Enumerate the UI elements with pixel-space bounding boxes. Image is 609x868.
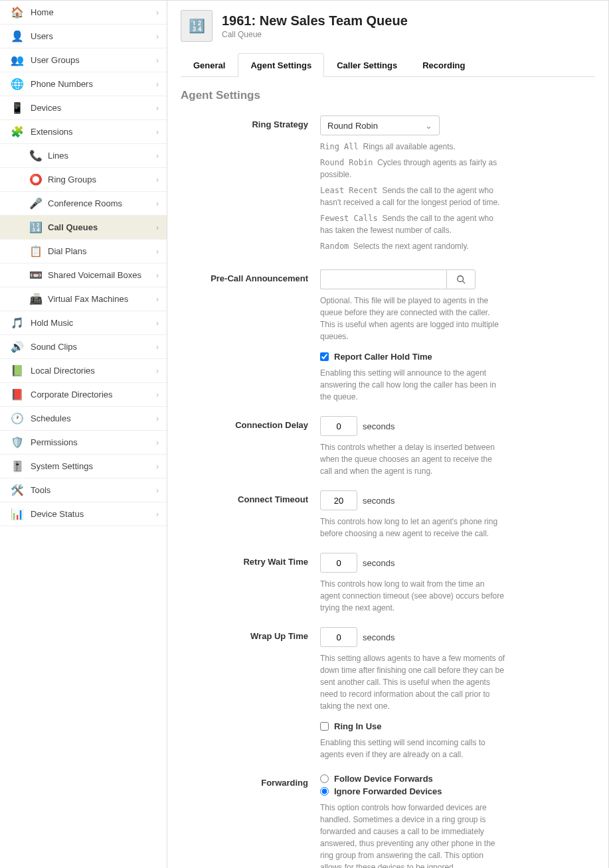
pre-call-input[interactable] (320, 269, 446, 289)
sidebar-item-schedules[interactable]: 🕐Schedules› (0, 407, 167, 431)
line-icon: 📞 (29, 149, 43, 163)
sound-icon: 🔊 (11, 340, 24, 354)
sidebar-item-system-settings[interactable]: 🎚️System Settings› (0, 455, 167, 478)
sidebar-item-label: Home (31, 7, 156, 17)
dialplan-icon: 📋 (29, 245, 43, 258)
sidebar-item-label: Device Status (31, 509, 156, 519)
forwarding-follow-radio[interactable] (320, 774, 329, 783)
sidebar-item-user-groups[interactable]: 👥User Groups› (0, 48, 167, 72)
chevron-right-icon: › (156, 199, 159, 208)
field-connection-delay: Connection Delay seconds This controls w… (181, 416, 595, 477)
field-forwarding: Forwarding Follow Device Forwards Ignore… (181, 774, 595, 868)
chevron-right-icon: › (156, 486, 159, 495)
sidebar-item-label: Users (31, 31, 156, 41)
retry-wait-input[interactable] (320, 553, 357, 573)
help-connection-delay: This controls whether a delay is inserte… (320, 441, 506, 477)
report-hold-checkbox[interactable] (320, 352, 329, 361)
tab-recording[interactable]: Recording (410, 53, 478, 77)
corporate-icon: 📕 (11, 388, 24, 401)
music-icon: 🎵 (11, 317, 24, 330)
chevron-right-icon: › (156, 80, 159, 89)
ring-in-use-checkbox[interactable] (320, 722, 329, 731)
ring-strategy-select[interactable]: Round Robin ⌄ (320, 115, 440, 135)
help-connect-timeout: This controls how long to let an agent's… (320, 516, 506, 540)
forwarding-ignore-label: Ignore Forwarded Devices (334, 786, 442, 796)
help-wrap-up: This setting allows agents to have a few… (320, 652, 506, 712)
sidebar-item-label: Hold Music (31, 318, 156, 328)
sidebar-item-sound-clips[interactable]: 🔊Sound Clips› (0, 335, 167, 359)
sliders-icon: 🎚️ (11, 460, 24, 473)
sidebar-item-label: Permissions (31, 437, 156, 447)
page-title: 1961: New Sales Team Queue (222, 13, 408, 29)
chevron-right-icon: › (156, 151, 159, 161)
fax-icon: 📠 (29, 293, 43, 306)
field-wrap-up: Wrap Up Time seconds This setting allows… (181, 627, 595, 760)
wrap-up-input[interactable] (320, 627, 357, 647)
chevron-right-icon: › (156, 8, 159, 17)
voicemail-icon: 📼 (29, 269, 43, 282)
sidebar-item-hold-music[interactable]: 🎵Hold Music› (0, 311, 167, 335)
help-ring-in-use: Enabling this setting will send incoming… (320, 737, 506, 760)
sidebar-item-label: Corporate Directories (31, 390, 156, 399)
connection-delay-input[interactable] (320, 416, 357, 436)
section-title: Agent Settings (181, 89, 595, 102)
device-icon: 📱 (11, 102, 24, 115)
sidebar-item-label: Phone Numbers (31, 79, 156, 89)
chevron-right-icon: › (156, 56, 159, 65)
sidebar-item-call-queues[interactable]: 🔢Call Queues› (0, 216, 167, 240)
chevron-right-icon: › (156, 223, 159, 232)
sidebar-item-tools[interactable]: 🛠️Tools› (0, 478, 167, 502)
connect-timeout-input[interactable] (320, 490, 357, 510)
sidebar-item-label: Call Queues (48, 222, 156, 232)
tools-icon: 🛠️ (11, 484, 24, 497)
queue-icon: 🔢 (29, 221, 43, 234)
label-pre-call: Pre-Call Announcement (181, 269, 320, 403)
forwarding-ignore-radio[interactable] (320, 787, 329, 796)
label-retry-wait: Retry Wait Time (181, 553, 320, 614)
main-content: 🔢 1961: New Sales Team Queue Call Queue … (167, 1, 608, 868)
chevron-right-icon: › (156, 414, 159, 423)
sidebar-item-conference-rooms[interactable]: 🎤Conference Rooms› (0, 192, 167, 216)
chevron-right-icon: › (156, 247, 159, 256)
sidebar-item-corporate-directories[interactable]: 📕Corporate Directories› (0, 383, 167, 407)
sidebar-item-label: Ring Groups (48, 175, 156, 184)
puzzle-icon: 🧩 (11, 125, 24, 139)
sidebar-item-extensions[interactable]: 🧩Extensions› (0, 120, 167, 144)
globe-icon: 🌐 (11, 78, 24, 91)
sidebar-item-shared-voicemail[interactable]: 📼Shared Voicemail Boxes› (0, 263, 167, 287)
sidebar-item-label: Sound Clips (31, 342, 156, 352)
label-forwarding: Forwarding (181, 774, 320, 868)
sidebar-item-devices[interactable]: 📱Devices› (0, 96, 167, 120)
tab-general[interactable]: General (181, 53, 238, 77)
label-connection-delay: Connection Delay (181, 416, 320, 477)
sidebar-item-phone-numbers[interactable]: 🌐Phone Numbers› (0, 72, 167, 96)
chevron-right-icon: › (156, 510, 159, 519)
forwarding-follow-label: Follow Device Forwards (334, 774, 433, 784)
sidebar-item-label: System Settings (31, 461, 156, 471)
tabs: General Agent Settings Caller Settings R… (181, 52, 595, 77)
sidebar-item-lines[interactable]: 📞Lines› (0, 144, 167, 168)
shield-icon: 🛡️ (11, 436, 24, 449)
chevron-right-icon: › (156, 366, 159, 376)
sidebar-item-label: Virtual Fax Machines (48, 294, 156, 304)
tab-caller-settings[interactable]: Caller Settings (324, 53, 410, 77)
sidebar-item-permissions[interactable]: 🛡️Permissions› (0, 431, 167, 455)
sidebar-item-dial-plans[interactable]: 📋Dial Plans› (0, 240, 167, 263)
sidebar-item-users[interactable]: 👤Users› (0, 25, 167, 48)
unit-seconds: seconds (363, 421, 394, 431)
sidebar-item-ring-groups[interactable]: ⭕Ring Groups› (0, 168, 167, 192)
field-retry-wait: Retry Wait Time seconds This controls ho… (181, 553, 595, 614)
sidebar-item-home[interactable]: 🏠Home› (0, 1, 167, 25)
ring-group-icon: ⭕ (29, 173, 43, 186)
sidebar-item-label: Extensions (31, 127, 156, 137)
pre-call-search-button[interactable] (446, 269, 476, 289)
sidebar-item-device-status[interactable]: 📊Device Status› (0, 502, 167, 526)
tab-agent-settings[interactable]: Agent Settings (238, 53, 324, 77)
chevron-right-icon: › (156, 462, 159, 471)
help-report-hold: Enabling this setting will announce to t… (320, 367, 506, 403)
home-icon: 🏠 (11, 6, 24, 19)
chevron-down-icon: ⌄ (425, 121, 432, 131)
sidebar-item-local-directories[interactable]: 📗Local Directories› (0, 359, 167, 383)
sidebar-item-virtual-fax[interactable]: 📠Virtual Fax Machines› (0, 287, 167, 311)
user-icon: 👤 (11, 30, 24, 43)
